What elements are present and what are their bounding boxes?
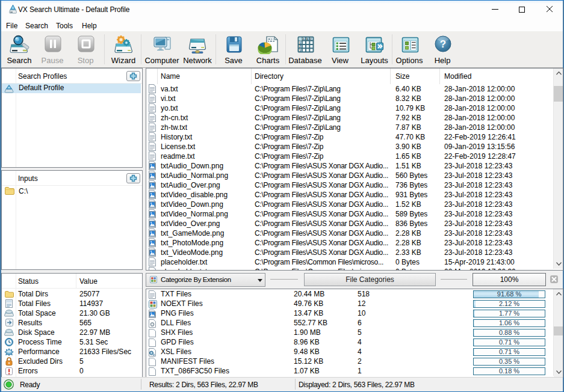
svg-text:?: ? xyxy=(440,38,446,50)
